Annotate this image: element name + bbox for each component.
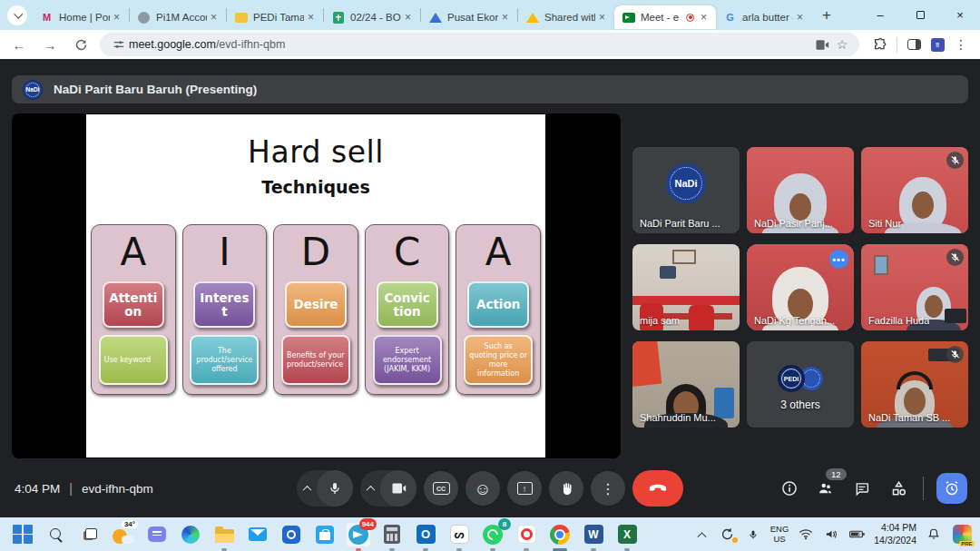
language-switcher[interactable]: ENG US	[770, 525, 789, 545]
excel-icon: X	[618, 525, 637, 544]
close-icon[interactable]: ×	[401, 11, 415, 25]
participant-tile-nadi-kg-tengah[interactable]: ••• NaDi Kg Tengah...	[747, 244, 854, 330]
meet-right-controls: 12	[778, 467, 967, 510]
close-icon[interactable]: ×	[304, 11, 318, 25]
calculator-button[interactable]	[380, 523, 404, 546]
reactions-button[interactable]: ☺	[466, 471, 500, 506]
participant-tile-fadzilla-huda[interactable]: Fadzilla Huda	[861, 244, 968, 330]
tab-home-portal[interactable]: M Home | Port ×	[33, 5, 129, 29]
present-button[interactable]: ↑	[507, 471, 542, 506]
bookmark-star-icon[interactable]: ☆	[832, 35, 852, 54]
participant-tile-others[interactable]: PEDi 3 others	[747, 341, 854, 428]
recorder-button[interactable]	[514, 523, 538, 546]
blue-app-button[interactable]	[279, 523, 303, 546]
outlook-button[interactable]: O	[414, 523, 437, 546]
mic-options-chevron[interactable]	[297, 486, 317, 492]
start-button[interactable]	[11, 523, 34, 546]
excel-button[interactable]: X	[615, 523, 639, 546]
url-text[interactable]: meet.google.com/evd-ifhn-qbm	[129, 38, 812, 51]
task-view-button[interactable]	[78, 523, 102, 546]
camera-options-chevron[interactable]	[360, 486, 380, 492]
side-panel-icon[interactable]	[902, 33, 926, 56]
mic-button[interactable]	[317, 470, 353, 507]
edge-button[interactable]	[179, 523, 202, 546]
close-window-button[interactable]: ×	[940, 0, 980, 30]
clock-date: 14/3/2024	[874, 535, 916, 546]
close-icon[interactable]: ×	[207, 11, 220, 25]
camera-button[interactable]	[380, 470, 416, 507]
tab-drive-shared[interactable]: Shared with ×	[518, 5, 614, 29]
capcut-button[interactable]: ᔕ	[447, 523, 471, 546]
info-button[interactable]	[778, 477, 801, 500]
battery-icon[interactable]	[848, 526, 865, 544]
copilot-preview-icon[interactable]: PRE	[951, 526, 973, 544]
wifi-icon[interactable]	[798, 526, 814, 544]
column-desc-box: The product/service offered	[190, 335, 259, 385]
slide-subtitle: Techniques	[86, 177, 545, 197]
site-settings-icon[interactable]	[109, 35, 129, 54]
activities-button[interactable]	[887, 477, 910, 500]
meet-app: NaDi NaDi Parit Baru Baruh (Presenting) …	[0, 59, 980, 517]
end-call-button[interactable]	[632, 470, 683, 507]
sync-icon[interactable]	[720, 526, 736, 544]
participant-tile-shahruddin[interactable]: Shahruddin Mu...	[632, 341, 740, 428]
mic-tray-icon[interactable]	[745, 526, 761, 544]
participant-tile-nadi-taman-sb[interactable]: NaDi Taman SB ...	[861, 341, 968, 428]
close-icon[interactable]: ×	[110, 11, 123, 25]
forward-button[interactable]: →	[38, 33, 62, 56]
browser-menu-icon[interactable]: ⋮	[949, 33, 973, 56]
search-button[interactable]	[44, 523, 68, 546]
chat-app-button[interactable]	[145, 523, 169, 546]
telegram-button[interactable]: 944	[347, 523, 370, 546]
tab-meet-active[interactable]: Meet - e ×	[614, 5, 716, 29]
file-explorer-button[interactable]	[212, 523, 236, 546]
participant-tile-nadi-parit-baru[interactable]: NaDi NaDi Parit Baru ...	[632, 147, 740, 233]
chrome-button[interactable]	[548, 523, 572, 546]
close-icon[interactable]: ×	[793, 11, 807, 25]
notification-bell-icon[interactable]	[926, 526, 942, 544]
address-bar[interactable]: meet.google.com/evd-ifhn-qbm ☆	[100, 33, 859, 56]
extension-pinned-icon[interactable]: ⠿	[926, 33, 949, 56]
store-button[interactable]	[313, 523, 337, 546]
mic-control	[297, 470, 353, 507]
minimize-button[interactable]: –	[860, 0, 900, 30]
extensions-icon[interactable]	[868, 33, 892, 56]
widgets-weather-button[interactable]: 34°	[112, 523, 135, 546]
new-tab-button[interactable]: +	[816, 5, 838, 26]
close-icon[interactable]: ×	[595, 11, 609, 25]
maximize-button[interactable]	[900, 0, 940, 30]
tab-search-button[interactable]	[7, 5, 27, 25]
close-icon[interactable]: ×	[498, 11, 512, 25]
raise-hand-button[interactable]	[549, 471, 583, 506]
tab-title: PEDi Taman	[253, 12, 304, 23]
mail-button[interactable]	[246, 523, 270, 546]
word-button[interactable]: W	[582, 523, 605, 546]
tab-search-arla[interactable]: G arla butter - ×	[716, 5, 812, 29]
more-options-button[interactable]: ⋮	[591, 471, 625, 506]
volume-icon[interactable]	[823, 526, 839, 544]
chevron-down-icon	[14, 10, 23, 19]
whatsapp-button[interactable]: 8	[481, 523, 505, 546]
participant-tile-nadi-pasir-panjang[interactable]: NaDi Pasir Panj...	[747, 147, 854, 233]
column-name-box: Desire	[285, 281, 347, 328]
tab-capture-icon[interactable]	[812, 35, 832, 54]
chat-button[interactable]	[850, 477, 874, 500]
clock[interactable]: 4:04 PM 14/3/2024	[874, 522, 916, 546]
tab-pi1m[interactable]: Pi1M Accoun ×	[130, 5, 226, 29]
people-button[interactable]: 12	[814, 477, 838, 500]
toolbar-separator	[897, 37, 897, 53]
tab-sheets-bor[interactable]: 02/24 - BOR ×	[324, 5, 420, 29]
reload-button[interactable]	[69, 33, 93, 56]
tab-pusat-ekon[interactable]: Pusat Ekon ×	[421, 5, 517, 29]
recorder-icon	[517, 525, 536, 544]
tray-overflow-chevron[interactable]	[694, 526, 710, 544]
tab-pedi-taman[interactable]: PEDi Taman ×	[227, 5, 323, 29]
back-button[interactable]: ←	[7, 33, 31, 56]
timer-extension-button[interactable]	[936, 473, 967, 504]
participant-tile-mija-sam[interactable]: mija sam	[632, 244, 740, 330]
presentation-stage[interactable]: Hard sell Techniques A Attention Use key…	[12, 113, 621, 458]
close-icon[interactable]: ×	[697, 11, 710, 25]
tile-options-icon[interactable]: •••	[829, 250, 848, 269]
captions-button[interactable]: CC	[424, 471, 458, 506]
participant-tile-siti-nur[interactable]: Siti Nur	[861, 147, 968, 233]
